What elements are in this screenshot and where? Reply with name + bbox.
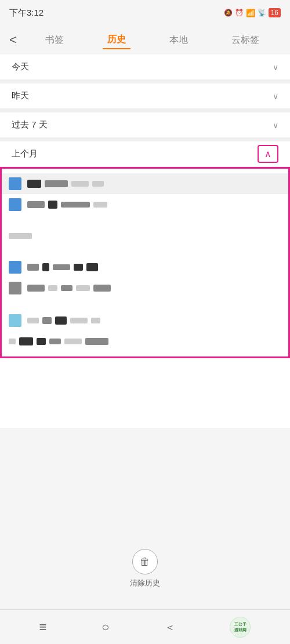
blurred-text-1 [27,180,281,188]
clear-history-label: 清除历史 [130,578,160,588]
block [53,264,70,270]
site-icon-5 [9,282,21,294]
past7-chevron: ∨ [273,121,278,130]
nav-bar: < 书签 历史 本地 云标签 [0,26,290,54]
tab-history[interactable]: 历史 [103,31,130,49]
block [71,181,89,187]
section-lastmonth-header[interactable]: 上个月 ∧ [0,141,290,167]
section-today-title: 今天 [12,61,29,72]
block [27,264,39,271]
section-today[interactable]: 今天 ∨ [0,54,290,80]
history-item-6[interactable] [9,310,281,331]
block [61,202,90,208]
site-icon-4 [9,261,21,274]
block [42,263,49,271]
block [76,285,90,291]
nav-tabs: 书签 历史 本地 云标签 [24,31,281,49]
block [70,318,88,323]
block [55,316,67,325]
history-item-7[interactable] [9,331,281,352]
block [74,264,83,271]
yesterday-chevron: ∨ [273,92,278,101]
row-spacer-1 [9,215,281,225]
section-yesterday[interactable]: 昨天 ∨ [0,83,290,109]
block [37,338,46,345]
block [92,181,104,187]
battery-icon: 16 [269,8,281,17]
block [19,337,33,345]
wifi-icon: 📡 [258,9,266,17]
block [9,233,32,239]
back-button[interactable]: < [9,32,24,48]
block [85,338,108,345]
content-spacer [0,358,290,428]
block [27,285,45,292]
mute-icon: 🔕 [224,9,233,17]
section-past7-title: 过去 7 天 [12,119,48,130]
block [27,180,41,188]
history-list [0,167,290,358]
clear-history-button[interactable]: 🗑 [132,549,158,574]
tab-bookmarks[interactable]: 书签 [41,32,68,49]
signal-icon: 📶 [246,9,255,17]
block [9,339,16,344]
block [45,180,68,187]
alarm-icon: ⏰ [235,9,244,17]
today-chevron: ∨ [273,63,278,72]
site-logo: 三公子游戏网 [230,617,251,638]
row-spacer-2 [9,246,281,257]
history-item-3[interactable] [9,225,281,246]
nav-back-button[interactable]: ＜ [165,620,175,634]
history-item-4[interactable] [9,257,281,278]
blurred-text-5 [27,285,281,292]
block [42,317,52,324]
history-item-1[interactable] [2,173,288,194]
block [61,285,72,291]
section-past7[interactable]: 过去 7 天 ∨ [0,112,290,138]
status-bar: 下午3:12 🔕 ⏰ 📶 📡 16 [0,0,290,26]
site-icon-1 [9,177,21,190]
block [93,285,111,292]
lastmonth-chevron: ∧ [264,149,271,159]
site-icon-6 [9,314,21,327]
blurred-text-2 [27,201,281,209]
trash-icon: 🗑 [140,556,150,568]
row-spacer-3 [9,299,281,310]
lastmonth-chevron-box: ∧ [258,145,278,163]
block [48,285,57,291]
logo-text: 三公子游戏网 [234,621,246,632]
tab-cloudtags[interactable]: 云标签 [227,32,264,49]
block [64,339,82,344]
block [93,202,107,208]
status-icons: 🔕 ⏰ 📶 📡 16 [224,8,281,17]
section-lastmonth-title: 上个月 [12,148,38,159]
block [27,201,45,208]
status-time: 下午3:12 [9,8,44,19]
block [48,201,57,209]
blurred-text-3 [9,233,281,239]
tab-local[interactable]: 本地 [165,32,193,49]
history-item-2[interactable] [9,194,281,215]
block [86,263,98,271]
nav-menu-button[interactable]: ≡ [39,620,46,635]
main-content: 今天 ∨ 昨天 ∨ 过去 7 天 ∨ 上个月 ∧ [0,54,290,609]
block [49,339,61,344]
block [91,318,100,323]
block [27,318,39,323]
blurred-text-4 [27,263,281,271]
clear-history-area: 🗑 清除历史 [0,540,290,598]
section-yesterday-title: 昨天 [12,90,29,101]
site-icon-2 [9,198,21,211]
history-item-5[interactable] [9,278,281,299]
nav-home-button[interactable]: ○ [102,620,109,635]
bottom-nav: ≡ ○ ＜ 三公子游戏网 [0,609,290,644]
blurred-text-7 [9,337,281,345]
blurred-text-6 [27,316,281,325]
